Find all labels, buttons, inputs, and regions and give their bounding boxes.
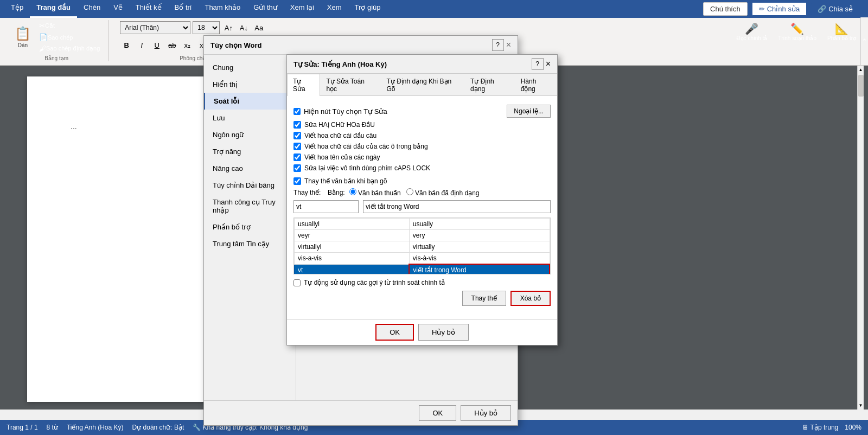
bold-button[interactable]: B: [120, 39, 133, 52]
table-row[interactable]: usuallyl usually: [295, 219, 550, 230]
thaythe-label: Thay thế:: [293, 189, 323, 196]
layout-icon: 📐: [835, 22, 848, 35]
tab-chen[interactable]: Chèn: [77, 0, 107, 18]
tab-thamkhao[interactable]: Tham khảo: [198, 0, 247, 18]
cell-from: vis-a-vis: [295, 253, 410, 265]
format-painter-button[interactable]: 🖌 Sao chép định dạng: [37, 43, 102, 54]
tab-tdinhdang[interactable]: Tự Định dạng: [464, 74, 515, 96]
tab-hanhdong[interactable]: Hành động: [515, 74, 557, 96]
scroll-up-arrow[interactable]: ▲: [859, 66, 863, 74]
increase-font-button[interactable]: A↑: [222, 21, 235, 34]
paste-button[interactable]: 📋 Dán: [11, 24, 35, 50]
tuychon-close-button[interactable]: ×: [506, 40, 511, 50]
cb-viet-hoa-ngay[interactable]: [293, 153, 301, 161]
main-scrollbar[interactable]: ▲ ▼: [857, 66, 864, 410]
cb-hua-label: Sữa HAị CHữ HOa ĐầU: [304, 121, 375, 129]
scroll-down-arrow[interactable]: ▼: [859, 401, 863, 410]
cb-hien-nut[interactable]: [293, 108, 301, 115]
ngoaile-btn[interactable]: Ngoại lệ...: [507, 105, 551, 118]
sidebar-item-soatloi[interactable]: Soát lỗi: [204, 93, 296, 110]
sidebar-item-phanbotro[interactable]: Phần bố trợ: [204, 219, 296, 235]
sidebar-item-ngonngu[interactable]: Ngôn ngữ: [204, 126, 296, 143]
tab-tusua[interactable]: Tự Sửa: [287, 74, 320, 96]
cb-viet-hoa-bang[interactable]: [293, 143, 301, 150]
sidebar-item-nangcao[interactable]: Nâng cao: [204, 160, 296, 177]
tab-guithư[interactable]: Gửi thư: [247, 0, 283, 18]
layout-button[interactable]: 📐 Phần bố trợ: [824, 20, 859, 43]
comments-button[interactable]: Chú thích: [703, 2, 748, 16]
checkbox-row-3: Viết hoa chữ cái đầu câu: [293, 132, 551, 139]
tab-thietke[interactable]: Thiết kế: [129, 0, 168, 18]
sidebar-item-chung[interactable]: Chung: [204, 59, 296, 76]
share-button[interactable]: 🔗 Chia sẻ: [811, 3, 859, 15]
italic-button[interactable]: I: [135, 39, 148, 52]
tusua-dialog: Tự Sửa: Tiếng Anh (Hoa Kỳ) ? × Tự Sửa Tự…: [286, 54, 558, 346]
status-right: 🖥 Tập trung 100%: [802, 424, 861, 431]
status-layout[interactable]: 🖥 Tập trung: [802, 424, 838, 431]
cb-thaythe[interactable]: [293, 177, 301, 185]
checkbox-row-4: Viết hoa chữ cái đầu của các ô trong bản…: [293, 143, 551, 150]
tab-tep[interactable]: Tệp: [4, 0, 30, 18]
font-name-select[interactable]: Arial (Thân): [120, 21, 190, 34]
sidebar-item-tuychinhdaibang[interactable]: Tùy chỉnh Dải băng: [204, 177, 296, 194]
tuychon-huybo-button[interactable]: Hủy bỏ: [461, 405, 511, 421]
autocorrect-table-container[interactable]: usuallyl usually veyr very virtuallyl vi…: [293, 218, 551, 274]
scroll-thumb[interactable]: [858, 75, 864, 97]
radio-van-ban-dinhdang[interactable]: Văn bản đã định dạng: [406, 188, 480, 197]
edit-button[interactable]: ✏ Chỉnh sửa: [752, 2, 807, 16]
cell-to: virtually: [409, 241, 550, 253]
cut-icon: ✂: [39, 22, 45, 30]
tab-tsuatoanhoc[interactable]: Tự Sửa Toán học: [320, 74, 380, 96]
tuychon-ok-button[interactable]: OK: [419, 405, 456, 421]
tuychon-help-button[interactable]: ?: [492, 39, 504, 51]
checkbox-row-1: Hiện nút Tùy chọn Tự Sửa Ngoại lệ...: [293, 105, 551, 118]
action-buttons: Thay thế Xóa bỏ: [293, 291, 551, 306]
thaythe-input[interactable]: [293, 200, 359, 213]
tusua-ok-button[interactable]: OK: [375, 324, 414, 341]
table-row[interactable]: veyr very: [295, 230, 550, 241]
tusua-help-btn[interactable]: ?: [532, 58, 544, 70]
tusua-close-button[interactable]: ×: [546, 59, 551, 69]
table-row[interactable]: virtuallyl virtually: [295, 241, 550, 253]
radio-van-ban-thuan[interactable]: Văn bản thuần: [349, 188, 401, 197]
table-row-selected[interactable]: vt viết tắt trong Word: [295, 264, 550, 274]
sidebar-item-tronang[interactable]: Trợ năng: [204, 143, 296, 160]
subscript-button[interactable]: x₂: [181, 39, 194, 52]
strikethrough-button[interactable]: ab: [165, 39, 178, 52]
tuychon-buttons: OK Hủy bỏ: [204, 400, 518, 425]
radio-thuan-input[interactable]: [349, 188, 356, 195]
dictate-button[interactable]: 🎤 Đọc chính tả: [733, 20, 770, 43]
bang-input[interactable]: [363, 200, 551, 213]
cell-from-selected: vt: [295, 264, 410, 274]
xoabo-button[interactable]: Xóa bỏ: [510, 291, 551, 306]
sidebar-item-thanh[interactable]: Thanh công cụ Truy nhập: [204, 194, 296, 219]
tab-botri[interactable]: Bố trí: [168, 0, 199, 18]
sidebar-item-trungtam[interactable]: Trung tâm Tin cậy: [204, 235, 296, 252]
tab-tdinhddang[interactable]: Tự Định dạng Khi Bạn Gõ: [381, 74, 465, 96]
copy-button[interactable]: 📄 Sao chép: [37, 32, 102, 42]
cb-viet-hoa-cau[interactable]: [293, 132, 301, 139]
sidebar-item-luu[interactable]: Lưu: [204, 110, 296, 126]
tab-xemlai[interactable]: Xem lại: [284, 0, 321, 18]
status-zoom[interactable]: 100%: [845, 424, 861, 431]
change-case-button[interactable]: Aa: [252, 21, 265, 34]
radio-dinhdang-input[interactable]: [406, 188, 413, 195]
sidebar-item-hienthi[interactable]: Hiển thị: [204, 76, 296, 93]
tab-xem[interactable]: Xem: [321, 0, 348, 18]
editor-button[interactable]: ✏️ Trình soạn thảo: [775, 20, 820, 43]
tusua-huybo-button[interactable]: Hủy bỏ: [418, 324, 469, 341]
cb-tu-dong[interactable]: [293, 279, 301, 286]
tab-ve[interactable]: Vẽ: [107, 0, 129, 18]
cb-caps-lock[interactable]: [293, 164, 301, 172]
underline-button[interactable]: U: [150, 39, 163, 52]
cb-hua-hai-chu[interactable]: [293, 121, 301, 129]
ribbon-collapse-btn[interactable]: ⌃: [860, 17, 868, 65]
cut-button[interactable]: ✂ Cắt: [37, 21, 102, 31]
font-size-select[interactable]: 18: [193, 21, 220, 34]
tab-trogiup[interactable]: Trợ giúp: [348, 0, 387, 18]
decrease-font-button[interactable]: A↓: [237, 21, 250, 34]
thaythe-button[interactable]: Thay thế: [462, 291, 506, 306]
table-row[interactable]: vis-a-vis vis-à-vis: [295, 253, 550, 265]
cb-viet-hoa-ngay-label: Viết hoa tên của các ngày: [304, 153, 380, 161]
tab-trangdau[interactable]: Trang đầu: [30, 0, 77, 18]
